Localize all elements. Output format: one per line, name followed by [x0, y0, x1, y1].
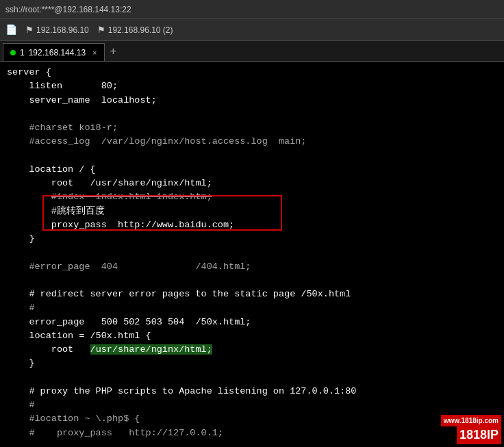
- toolbar-folder-icon[interactable]: 📄: [5, 24, 17, 36]
- code-line-9: root /usr/share/nginx/html;: [7, 177, 497, 190]
- bookmark-2[interactable]: ⚑ 192.168.96.10 (2): [97, 25, 173, 35]
- code-line-18: #: [7, 301, 497, 315]
- toolbar: 📄 ⚑ 192.168.96.10 ⚑ 192.168.96.10 (2): [0, 19, 504, 41]
- tab-number: 1: [20, 48, 25, 58]
- code-line-19: error_page 500 502 503 504 /50x.html;: [7, 316, 497, 329]
- tab-1[interactable]: 1 192.168.144.13 ×: [3, 43, 105, 61]
- code-line-16: [7, 274, 497, 288]
- bookmark-label-2: 192.168.96.10 (2): [108, 25, 173, 35]
- code-line-10: #index index.html index.htm;: [7, 190, 497, 204]
- watermark-brand: 1818IP: [457, 426, 501, 444]
- code-line-24: # proxy the PHP scripts to Apache listen…: [7, 385, 497, 398]
- code-line-1: server {: [7, 66, 497, 79]
- code-line-20: location = /50x.html {: [7, 329, 497, 343]
- title-bar-text: ssh://root:****@192.168.144.13:22: [5, 5, 131, 14]
- code-line-4: [7, 107, 497, 121]
- code-line-2: listen 80;: [7, 79, 497, 93]
- code-line-7: [7, 149, 497, 163]
- code-line-13: }: [7, 232, 497, 246]
- watermark-url: www.1818ip.com: [441, 415, 501, 426]
- code-line-27: # proxy_pass http://127.0.0.1;: [7, 426, 497, 440]
- title-bar: ssh://root:****@192.168.144.13:22: [0, 0, 504, 19]
- code-line-23: [7, 371, 497, 385]
- code-line-17: # redirect server error pages to the sta…: [7, 288, 497, 301]
- selected-text: /usr/share/nginx/html;: [90, 344, 212, 355]
- terminal-content: server { listen 80; server_name localhos…: [0, 62, 504, 447]
- bookmark-flag-icon-2: ⚑: [97, 25, 105, 35]
- tab-active-dot: [10, 50, 16, 55]
- code-line-21: root /usr/share/nginx/html;: [7, 343, 497, 357]
- code-line-3: server_name localhost;: [7, 94, 497, 107]
- code-line-11: #跳转到百度: [7, 205, 497, 218]
- bookmark-label-1: 192.168.96.10: [36, 25, 89, 35]
- code-line-15: #error_page 404 /404.html;: [7, 260, 497, 274]
- code-line-8: location / {: [7, 163, 497, 177]
- watermark: www.1818ip.com 1818IP: [441, 415, 501, 444]
- code-line-5: #charset koi8-r;: [7, 121, 497, 135]
- tab-close-button[interactable]: ×: [92, 49, 97, 57]
- code-line-14: [7, 246, 497, 259]
- code-line-12: proxy_pass http://www.baidu.com;: [7, 218, 497, 232]
- code-line-6: #access_log /var/log/nginx/host.access.l…: [7, 135, 497, 149]
- bookmark-flag-icon-1: ⚑: [25, 25, 34, 35]
- code-line-26: #location ~ \.php$ {: [7, 412, 497, 426]
- bookmark-1[interactable]: ⚑ 192.168.96.10: [25, 25, 89, 35]
- tab-host: 192.168.144.13: [29, 48, 86, 58]
- code-line-25: #: [7, 398, 497, 412]
- code-line-22: }: [7, 357, 497, 370]
- tab-bar: 1 192.168.144.13 × +: [0, 41, 504, 62]
- new-tab-button[interactable]: +: [105, 43, 123, 61]
